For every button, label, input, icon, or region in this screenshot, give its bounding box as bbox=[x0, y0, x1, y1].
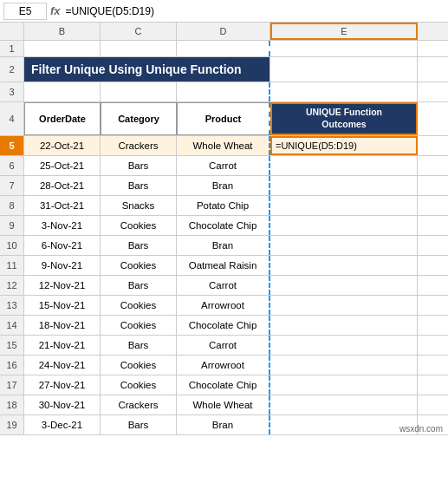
fx-icon: fx bbox=[50, 4, 61, 17]
cell-D3[interactable] bbox=[177, 82, 270, 101]
cell-E14[interactable] bbox=[270, 316, 418, 335]
cell-D12[interactable]: Carrot bbox=[177, 276, 270, 295]
cell-B8[interactable]: 31-Oct-21 bbox=[24, 196, 101, 215]
cell-B6[interactable]: 25-Oct-21 bbox=[24, 156, 101, 175]
cell-E8[interactable] bbox=[270, 196, 418, 215]
cell-C9[interactable]: Cookies bbox=[101, 216, 177, 235]
cell-D6[interactable]: Carrot bbox=[177, 156, 270, 175]
cell-E11[interactable] bbox=[270, 256, 418, 275]
spreadsheet-grid: B C D E 1 2 Filter Unique Using Unique F… bbox=[0, 23, 448, 435]
cell-C6[interactable]: Bars bbox=[101, 156, 177, 175]
cell-E19[interactable] bbox=[270, 415, 418, 434]
col-header-B[interactable]: B bbox=[24, 23, 101, 40]
cell-D7[interactable]: Bran bbox=[177, 176, 270, 195]
cell-D13[interactable]: Arrowroot bbox=[177, 296, 270, 315]
cell-B12[interactable]: 12-Nov-21 bbox=[24, 276, 101, 295]
col-header-E[interactable]: E bbox=[270, 23, 418, 40]
cell-E3[interactable] bbox=[270, 82, 418, 101]
col-header-D[interactable]: D bbox=[177, 23, 270, 40]
cell-C13[interactable]: Cookies bbox=[101, 296, 177, 315]
row-num-11: 11 bbox=[0, 256, 24, 275]
cell-E13[interactable] bbox=[270, 296, 418, 315]
cell-C18[interactable]: Crackers bbox=[101, 395, 177, 414]
header-category: Category bbox=[101, 102, 177, 135]
cell-E18[interactable] bbox=[270, 395, 418, 414]
cell-B9[interactable]: 3-Nov-21 bbox=[24, 216, 101, 235]
cell-E9[interactable] bbox=[270, 216, 418, 235]
cell-E2[interactable] bbox=[270, 57, 418, 82]
cell-D9[interactable]: Chocolate Chip bbox=[177, 216, 270, 235]
cell-B13[interactable]: 15-Nov-21 bbox=[24, 296, 101, 315]
cell-D17[interactable]: Chocolate Chip bbox=[177, 375, 270, 395]
row-num-18: 18 bbox=[0, 395, 24, 414]
cell-E17[interactable] bbox=[270, 375, 418, 395]
cell-C5[interactable]: Crackers bbox=[101, 136, 177, 155]
cell-B5[interactable]: 22-Oct-21 bbox=[24, 136, 101, 155]
column-header-row: B C D E bbox=[0, 23, 448, 41]
cell-E10[interactable] bbox=[270, 236, 418, 255]
cell-B10[interactable]: 6-Nov-21 bbox=[24, 236, 101, 255]
cell-B16[interactable]: 24-Nov-21 bbox=[24, 356, 101, 375]
row-1: 1 bbox=[0, 41, 448, 57]
cell-B3[interactable] bbox=[24, 82, 101, 101]
cell-D10[interactable]: Bran bbox=[177, 236, 270, 255]
cell-E1[interactable] bbox=[270, 41, 418, 56]
cell-C17[interactable]: Cookies bbox=[101, 375, 177, 395]
cell-B17[interactable]: 27-Nov-21 bbox=[24, 375, 101, 395]
cell-D14[interactable]: Chocolate Chip bbox=[177, 316, 270, 335]
row-num-6: 6 bbox=[0, 156, 24, 175]
header-order-date: OrderDate bbox=[24, 102, 101, 135]
cell-C7[interactable]: Bars bbox=[101, 176, 177, 195]
data-row-9: 9 3-Nov-21 Cookies Chocolate Chip bbox=[0, 216, 448, 236]
cell-D19[interactable]: Bran bbox=[177, 415, 270, 434]
cell-E7[interactable] bbox=[270, 176, 418, 195]
cell-D16[interactable]: Arrowroot bbox=[177, 356, 270, 375]
cell-B11[interactable]: 9-Nov-21 bbox=[24, 256, 101, 275]
row-num-1: 1 bbox=[0, 41, 24, 56]
row-num-19: 19 bbox=[0, 415, 24, 434]
row-2: 2 Filter Unique Using Unique Function bbox=[0, 57, 448, 82]
row-num-7: 7 bbox=[0, 176, 24, 195]
cell-E15[interactable] bbox=[270, 336, 418, 355]
row-num-2: 2 bbox=[0, 57, 24, 82]
cell-E5[interactable]: =UNIQUE(D5:D19) bbox=[270, 136, 418, 155]
cell-E6[interactable] bbox=[270, 156, 418, 175]
cell-B1[interactable] bbox=[24, 41, 101, 56]
cell-B7[interactable]: 28-Oct-21 bbox=[24, 176, 101, 195]
row-num-3: 3 bbox=[0, 82, 24, 101]
cell-D5[interactable]: Whole Wheat bbox=[177, 136, 270, 155]
data-row-14: 14 18-Nov-21 Cookies Chocolate Chip bbox=[0, 316, 448, 336]
cell-B14[interactable]: 18-Nov-21 bbox=[24, 316, 101, 335]
cell-E16[interactable] bbox=[270, 356, 418, 375]
cell-C8[interactable]: Snacks bbox=[101, 196, 177, 215]
cell-B15[interactable]: 21-Nov-21 bbox=[24, 336, 101, 355]
cell-C10[interactable]: Bars bbox=[101, 236, 177, 255]
row-num-8: 8 bbox=[0, 196, 24, 215]
cell-C15[interactable]: Bars bbox=[101, 336, 177, 355]
cell-C1[interactable] bbox=[101, 41, 177, 56]
cell-D1[interactable] bbox=[177, 41, 270, 56]
cell-C11[interactable]: Cookies bbox=[101, 256, 177, 275]
data-row-19: 19 3-Dec-21 Bars Bran bbox=[0, 415, 448, 435]
cell-D8[interactable]: Potato Chip bbox=[177, 196, 270, 215]
formula-input[interactable] bbox=[66, 5, 445, 17]
cell-C19[interactable]: Bars bbox=[101, 415, 177, 434]
row-num-16: 16 bbox=[0, 356, 24, 375]
cell-C3[interactable] bbox=[101, 82, 177, 101]
cell-D18[interactable]: Whole Wheat bbox=[177, 395, 270, 414]
cell-ref-input[interactable] bbox=[3, 3, 47, 20]
cell-C16[interactable]: Cookies bbox=[101, 356, 177, 375]
header-product: Product bbox=[177, 102, 270, 135]
cell-D15[interactable]: Carrot bbox=[177, 336, 270, 355]
row-3: 3 bbox=[0, 82, 448, 102]
data-row-17: 17 27-Nov-21 Cookies Chocolate Chip bbox=[0, 375, 448, 395]
cell-B19[interactable]: 3-Dec-21 bbox=[24, 415, 101, 434]
cell-C12[interactable]: Bars bbox=[101, 276, 177, 295]
data-row-15: 15 21-Nov-21 Bars Carrot bbox=[0, 336, 448, 356]
cell-D11[interactable]: Oatmeal Raisin bbox=[177, 256, 270, 275]
data-row-5: 5 22-Oct-21 Crackers Whole Wheat =UNIQUE… bbox=[0, 136, 448, 156]
cell-B18[interactable]: 30-Nov-21 bbox=[24, 395, 101, 414]
cell-C14[interactable]: Cookies bbox=[101, 316, 177, 335]
col-header-C[interactable]: C bbox=[101, 23, 177, 40]
cell-E12[interactable] bbox=[270, 276, 418, 295]
